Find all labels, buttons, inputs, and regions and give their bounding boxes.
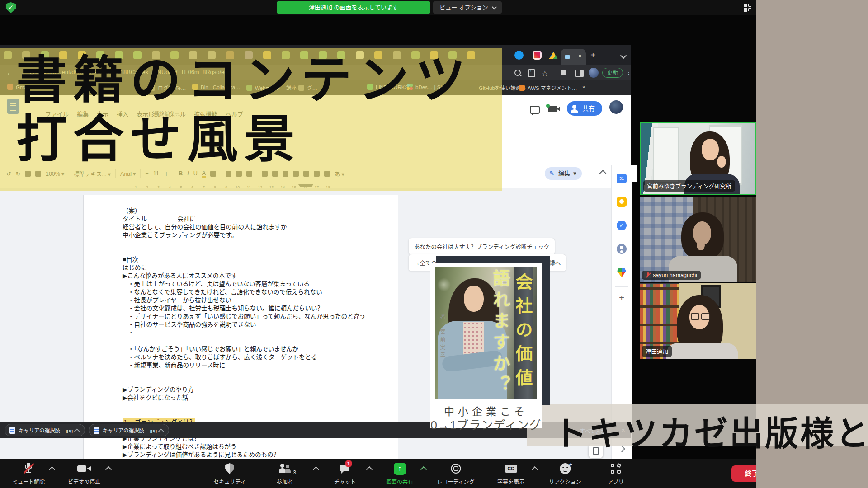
file-icon (9, 427, 15, 434)
download-chevron-icon[interactable] (158, 428, 164, 434)
apps-button[interactable]: アプリ (608, 463, 624, 485)
doc-line (123, 370, 390, 378)
bookmark-star-icon[interactable]: ☆ (542, 69, 548, 78)
doc-line: 経営者として、自分の会社の価値を目の前の人に語れますか (123, 223, 390, 231)
glasses (691, 313, 710, 320)
chat-button[interactable]: 1 チャット (334, 463, 356, 485)
participant-name-badge: 宮前みゆきブランディング研究所 (643, 180, 735, 192)
instagram-tab-icon[interactable] (533, 51, 542, 60)
reactions-smiley-icon: + (560, 463, 571, 474)
doc-line: タイトル 会社に (123, 215, 390, 223)
close-tab-icon[interactable]: × (578, 52, 582, 60)
camera-icon (77, 465, 91, 473)
docs-account-avatar[interactable] (609, 100, 623, 114)
zoom-meeting-window: × + ← → ↻ docs.go…ent/d/1D…D96RG8AtYl8BC… (0, 0, 868, 488)
aws-icon (519, 85, 525, 91)
docs-share-button[interactable]: 共有 (567, 101, 602, 116)
browser-profile-avatar[interactable] (589, 68, 599, 78)
doc-line: ・デザイナーにとりあえず「いい感じでお願い」って頼んだら、なんか思ったのと違う (123, 313, 390, 321)
download-chip[interactable]: キャリアの選択肢....jpg (5, 424, 85, 436)
browser-menu-icon[interactable]: ⋮ (626, 68, 632, 75)
meeting-security-shield-icon[interactable]: ✓ (5, 2, 16, 13)
captions-caret[interactable] (532, 466, 538, 473)
mic-muted-icon (646, 272, 651, 278)
side-panel-icon[interactable] (575, 70, 584, 77)
participant-name-badge: sayuri hamaguchi (642, 271, 701, 280)
share-screen-button[interactable]: ↑ 画面の共有 (386, 463, 413, 485)
doc-line: ・ (123, 329, 390, 337)
overlay-title: 書籍のコンテンツ 打合せ風景 (16, 51, 472, 169)
doc-line: ▶こんな悩みがある人にオススメの本です (123, 272, 390, 280)
book-author: 著・宮前実幸 (439, 314, 446, 360)
meet-camera-icon[interactable] (548, 106, 557, 112)
doc-line: ・なんとなくで集客してきたけれど、言語化できないので伝えられない (123, 288, 390, 296)
doc-line: ・社長がプレイヤーから抜け出せない (123, 296, 390, 305)
doc-line (123, 248, 390, 256)
participants-icon (279, 463, 291, 474)
doc-line: （案） (123, 207, 390, 215)
zoom-control-toolbar: ミュート解除 ビデオの停止 セキュリティ 参加者 3 1 チャット ↑ 画面の共… (0, 459, 868, 488)
zoom-page-icon[interactable] (514, 70, 521, 76)
add-addon-icon[interactable]: + (617, 293, 627, 303)
book-cover-card: 語れますか？ 会社の価値 著・宮前実幸 中小企業こそ 0→1ブランディング (430, 263, 542, 428)
view-options-dropdown[interactable]: ビュー オプション (433, 1, 502, 14)
chat-icon: 1 (340, 464, 350, 474)
unmute-button[interactable]: ミュート解除 (12, 463, 45, 485)
tasks-icon[interactable]: ✓ (617, 221, 627, 230)
update-chrome-button[interactable]: 更新 (602, 68, 623, 78)
zoom-top-bar: ✓ 津田迪加 の画面を表示しています ビュー オプション (0, 0, 868, 15)
book-cover: 語れますか？ 会社の価値 著・宮前実幸 中小企業こそ 0→1ブランディング (430, 256, 557, 433)
doc-line: ・「なんかすごそう」「いい感じでお願い」と頼んでいませんか (123, 345, 390, 353)
doc-line: ・新規事業、新商品のリリース時に (123, 361, 390, 370)
participant-video-tsuda[interactable]: 津田迪加 (640, 283, 756, 359)
doc-line: はじめに (123, 264, 390, 272)
overlay-caption: トキツカゼ出版様と (553, 406, 868, 455)
tab-search-chevron-icon[interactable] (620, 52, 627, 59)
gallery-view-icon[interactable] (744, 4, 752, 12)
captions-button[interactable]: CC 字幕を表示 (497, 463, 524, 485)
participants-caret[interactable] (313, 466, 319, 473)
editing-mode-select[interactable]: 編集 (545, 167, 582, 180)
participants-button[interactable]: 参加者 (277, 463, 293, 485)
maps-icon[interactable] (617, 267, 627, 277)
share-page-icon[interactable] (528, 69, 535, 77)
doc-line (123, 337, 390, 345)
audio-options-caret[interactable] (49, 466, 55, 473)
book-vertical-title-left: 語れますか？ (488, 269, 513, 397)
participant-name-badge: 津田迪加 (642, 346, 672, 357)
doc-line: ▶ブランディングは価値があるように見せるためのもの？ (123, 451, 390, 459)
record-button[interactable]: レコーディング (437, 463, 474, 485)
chat-caret[interactable] (366, 466, 373, 473)
participant-video-panel: 宮前みゆきブランディング研究所 sayuri hamaguchi 津田迪加 (640, 122, 756, 360)
comment-card[interactable]: あなたの会社は大丈夫？ブランディング診断チェック (408, 238, 555, 255)
reactions-button[interactable]: + リアクション (549, 463, 581, 485)
participant-video-sayuri[interactable]: sayuri hamaguchi (640, 197, 756, 282)
chevron-down-icon (492, 5, 497, 9)
comment-history-icon[interactable] (530, 106, 540, 114)
doc-line: ・会社の文化醸成は、社労士も税理士も知らない。誰に頼んだらいい？ (123, 305, 390, 313)
doc-line: ・ペルソナを決めたら、取りこぼすから、広く浅くターゲットをとる (123, 353, 390, 361)
drive-tab-icon[interactable] (549, 52, 558, 59)
apps-icon (611, 464, 621, 474)
download-chip[interactable]: キャリアの選択肢....jpg (89, 424, 169, 436)
stop-video-button[interactable]: ビデオの停止 (68, 463, 100, 485)
extensions-icon[interactable] (561, 70, 566, 75)
bookmarks-overflow-chevron[interactable]: » (582, 84, 585, 89)
video-options-caret[interactable] (105, 466, 112, 473)
file-icon (94, 427, 99, 434)
participant-video-miyamae[interactable]: 宮前みゆきブランディング研究所 (640, 122, 756, 195)
tab-favicon (565, 55, 570, 59)
screen-sharing-banner: 津田迪加 の画面を表示しています (277, 1, 430, 14)
active-tab[interactable]: × (561, 49, 586, 65)
security-button[interactable]: セキュリティ (213, 463, 245, 485)
doc-line (123, 410, 390, 418)
bookmark-item-aws[interactable]: AWS マネジメント… (519, 84, 577, 91)
keep-icon[interactable] (617, 197, 627, 207)
calendar-icon[interactable]: 31 (617, 174, 627, 183)
share-options-caret[interactable] (420, 466, 427, 473)
doc-line: ■目次 (123, 256, 390, 264)
new-tab-button[interactable]: + (590, 51, 596, 59)
download-chevron-icon[interactable] (74, 428, 80, 434)
twitter-tab-icon[interactable] (514, 51, 524, 60)
contacts-icon[interactable] (617, 244, 627, 254)
